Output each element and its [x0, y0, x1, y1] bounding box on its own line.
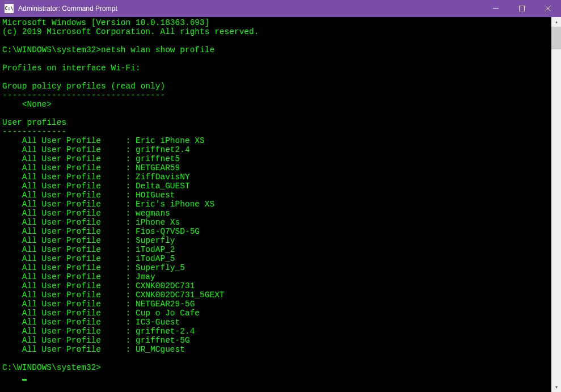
profile-line: All User Profile : Eric's iPhone XS: [2, 200, 549, 209]
prompt-line: C:\WINDOWS\system32>netsh wlan show prof…: [2, 45, 549, 54]
scroll-track[interactable]: [551, 27, 561, 382]
blank-line: [2, 36, 549, 45]
svg-rect-0: [520, 6, 525, 11]
titlebar[interactable]: C:\ Administrator: Command Prompt: [0, 0, 561, 17]
minimize-button[interactable]: [483, 0, 509, 17]
profile-line: All User Profile : Jmay: [2, 272, 549, 281]
banner-line: Microsoft Windows [Version 10.0.18363.69…: [2, 18, 549, 27]
profile-line: All User Profile : NETGEAR29-5G: [2, 300, 549, 309]
profile-line: All User Profile : griffnet-2.4: [2, 327, 549, 336]
group-policy-none: <None>: [2, 100, 549, 109]
profile-line: All User Profile : Superfly_5: [2, 263, 549, 272]
profile-line: All User Profile : iPhone Xs: [2, 218, 549, 227]
profile-line: All User Profile : griffnet-5G: [2, 336, 549, 345]
profile-line: All User Profile : wegmans: [2, 209, 549, 218]
profile-line: All User Profile : Fios-Q7VSD-5G: [2, 227, 549, 236]
command-prompt-window: C:\ Administrator: Command Prompt Micros…: [0, 0, 561, 392]
profile-line: All User Profile : ZiffDavisNY: [2, 172, 549, 182]
blank-line: [2, 54, 549, 64]
profile-line: All User Profile : NETGEAR59: [2, 163, 549, 172]
user-profiles-header: User profiles: [2, 118, 549, 127]
scroll-down-arrow[interactable]: ▾: [551, 382, 561, 392]
profile-line: All User Profile : Delta_GUEST: [2, 182, 549, 191]
profile-line: All User Profile : iTodAP_2: [2, 245, 549, 254]
minimize-icon: [493, 6, 499, 11]
banner-line: (c) 2019 Microsoft Corporation. All righ…: [2, 27, 549, 36]
app-icon: C:\: [5, 4, 14, 13]
prompt-line: C:\WINDOWS\system32>: [2, 363, 549, 372]
cursor: [22, 379, 27, 381]
profile-line: All User Profile : iTodAP_5: [2, 254, 549, 263]
close-button[interactable]: [535, 0, 561, 17]
section-header: Profiles on interface Wi-Fi:: [2, 64, 549, 73]
profile-line: All User Profile : HOIGuest: [2, 191, 549, 200]
scroll-thumb[interactable]: [551, 27, 561, 49]
maximize-button[interactable]: [509, 0, 535, 17]
profile-line: All User Profile : griffnet5: [2, 154, 549, 163]
separator-line: -------------: [2, 127, 549, 136]
cursor-line: [2, 372, 549, 381]
profile-line: All User Profile : IC3-Guest: [2, 318, 549, 327]
vertical-scrollbar[interactable]: ▴ ▾: [551, 17, 561, 392]
profile-line: All User Profile : CXNK002DC731_5GEXT: [2, 290, 549, 300]
profile-line: All User Profile : griffnet2.4: [2, 145, 549, 154]
blank-line: [2, 73, 549, 82]
window-controls: [483, 0, 561, 17]
separator-line: ---------------------------------: [2, 91, 549, 100]
group-policy-header: Group policy profiles (read only): [2, 82, 549, 91]
profile-line: All User Profile : UR_MCguest: [2, 345, 549, 354]
close-icon: [545, 6, 551, 11]
terminal-output[interactable]: Microsoft Windows [Version 10.0.18363.69…: [0, 17, 551, 392]
profile-line: All User Profile : CXNK002DC731: [2, 281, 549, 290]
profile-line: All User Profile : Cup o Jo Cafe: [2, 309, 549, 318]
blank-line: [2, 109, 549, 118]
profile-line: All User Profile : Superfly: [2, 236, 549, 245]
blank-line: [2, 354, 549, 363]
scroll-up-arrow[interactable]: ▴: [551, 17, 561, 27]
terminal-area: Microsoft Windows [Version 10.0.18363.69…: [0, 17, 561, 392]
window-title: Administrator: Command Prompt: [17, 5, 483, 12]
maximize-icon: [519, 6, 525, 11]
profile-line: All User Profile : Eric iPhone XS: [2, 136, 549, 145]
